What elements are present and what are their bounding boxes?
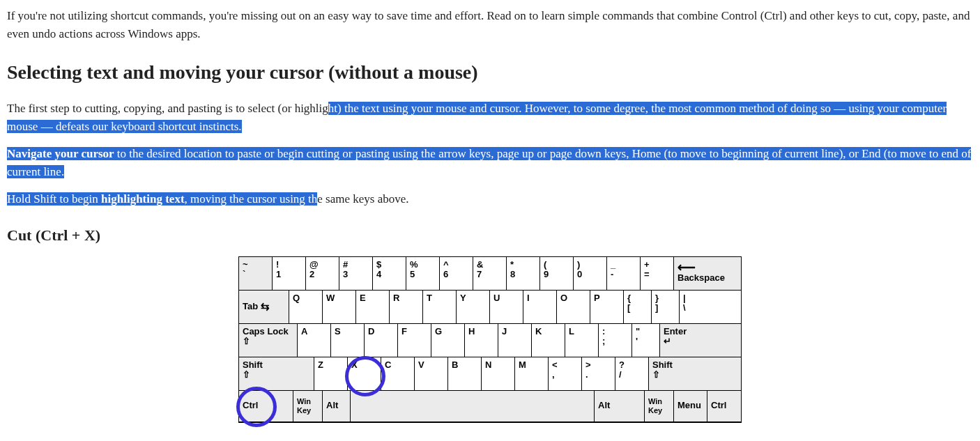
key-p: P: [590, 291, 624, 323]
key-dash: _-: [607, 257, 641, 290]
key-tab: Tab ⇆: [239, 291, 289, 323]
keyboard-row-4: Shift ⇧ Z X C V B N M <, >. ?/ Shift ⇧: [239, 357, 741, 391]
key-w: W: [323, 291, 356, 323]
key-equals: +=: [641, 257, 674, 290]
key-ctrl-right: Ctrl: [707, 391, 741, 421]
p3-selection: Navigate your cursor to the desired loca…: [7, 147, 971, 178]
key-shift-right: Shift ⇧: [649, 357, 741, 390]
intro-paragraph: If you're not utilizing shortcut command…: [7, 7, 973, 42]
paragraph-select-text[interactable]: The first step to cutting, copying, and …: [7, 100, 973, 135]
key-tilde: ~`: [239, 257, 273, 290]
key-k: K: [532, 324, 565, 357]
key-backspace: ⟵ Backspace: [674, 257, 741, 290]
keyboard-row-3: Caps Lock ⇧ A S D F G H J K L :; "' Ente…: [239, 324, 741, 357]
key-g: G: [431, 324, 465, 357]
key-v: V: [415, 357, 448, 390]
key-quote: "': [632, 324, 660, 357]
shift-arrow-icon: ⇧: [243, 370, 250, 380]
paragraph-shift[interactable]: Hold Shift to begin highlighting text, m…: [7, 190, 973, 208]
key-y: Y: [457, 291, 490, 323]
key-slash: ?/: [615, 357, 649, 390]
key-shift-left: Shift ⇧: [239, 357, 314, 390]
key-m: M: [515, 357, 549, 390]
key-j: J: [498, 324, 532, 357]
key-comma: <,: [549, 357, 582, 390]
key-d: D: [365, 324, 398, 357]
key-4: $4: [373, 257, 406, 290]
key-o: O: [557, 291, 590, 323]
key-s: S: [331, 324, 365, 357]
key-x: X: [348, 357, 381, 390]
key-alt-left: Alt: [323, 391, 351, 421]
key-h: H: [465, 324, 498, 357]
p4-bold: highlighting text: [101, 192, 185, 206]
paragraph-navigate[interactable]: Navigate your cursor to the desired loca…: [7, 145, 973, 180]
key-6: ^6: [440, 257, 473, 290]
key-z: Z: [314, 357, 348, 390]
arrow-left-icon: ⟵: [677, 263, 696, 272]
key-menu: Menu: [674, 391, 707, 421]
key-space: [351, 391, 595, 421]
key-r: R: [390, 291, 423, 323]
keyboard-row-2: Tab ⇆ Q W E R T Y U I O P {[ }] |\: [239, 291, 741, 324]
key-t: T: [423, 291, 457, 323]
heading-selecting: Selecting text and moving your cursor (w…: [7, 58, 973, 87]
tab-arrows-icon: ⇆: [261, 302, 270, 311]
keyboard-row-5: Ctrl Win Key Alt Alt Win Key Menu Ctrl: [239, 391, 741, 422]
heading-cut: Cut (Ctrl + X): [7, 224, 973, 247]
key-semicolon: :;: [599, 324, 632, 357]
key-2: @2: [306, 257, 339, 290]
key-i: I: [523, 291, 557, 323]
key-1: !1: [273, 257, 306, 290]
key-win-right: Win Key: [645, 391, 674, 421]
key-l: L: [565, 324, 599, 357]
key-backslash: |\: [680, 291, 741, 323]
keyboard-row-1: ~` !1 @2 #3 $4 %5 ^6 &7 *8 (9 )0 _- += ⟵…: [239, 257, 741, 291]
key-capslock: Caps Lock ⇧: [239, 324, 298, 357]
key-b: B: [448, 357, 482, 390]
key-rbracket: }]: [652, 291, 680, 323]
p3-rest: to the desired location to paste or begi…: [7, 147, 971, 178]
key-9: (9: [540, 257, 574, 290]
key-q: Q: [289, 291, 323, 323]
p3-bold: Navigate your cursor: [7, 147, 114, 160]
p4-selection: Hold Shift to begin highlighting text, m…: [7, 192, 317, 206]
key-f: F: [398, 324, 431, 357]
shift-arrow-icon: ⇧: [652, 370, 660, 380]
p4-end: e same keys above.: [317, 192, 408, 206]
key-lbracket: {[: [624, 291, 652, 323]
key-8: *8: [507, 257, 540, 290]
keyboard-image: ~` !1 @2 #3 $4 %5 ^6 &7 *8 (9 )0 _- += ⟵…: [238, 256, 742, 423]
enter-arrow-icon: ↵: [664, 336, 671, 347]
key-0: )0: [574, 257, 607, 290]
key-3: #3: [339, 257, 373, 290]
key-5: %5: [406, 257, 440, 290]
key-a: A: [298, 324, 331, 357]
caps-arrow-icon: ⇧: [243, 336, 250, 347]
p2-plain: The first step to cutting, copying, and …: [7, 102, 328, 115]
key-n: N: [482, 357, 515, 390]
key-c: C: [381, 357, 415, 390]
key-alt-right: Alt: [595, 391, 645, 421]
key-e: E: [356, 291, 390, 323]
key-u: U: [490, 291, 523, 323]
key-7: &7: [473, 257, 507, 290]
key-win-left: Win Key: [293, 391, 323, 421]
key-period: >.: [582, 357, 615, 390]
key-ctrl-left: Ctrl: [239, 391, 293, 421]
key-enter: Enter ↵: [660, 324, 741, 357]
